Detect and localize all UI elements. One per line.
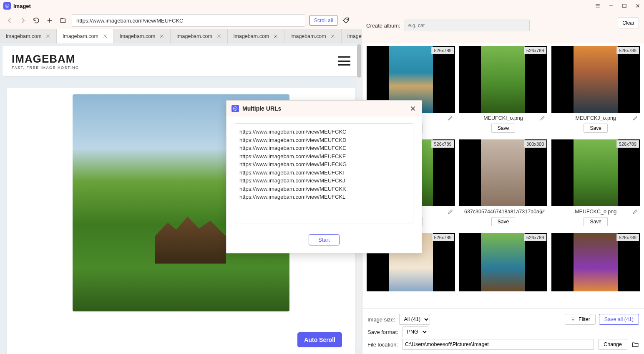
dimension-badge: 526x789 — [616, 47, 639, 54]
site-logo: IMAGEBAM FAST, FREE IMAGE HOSTING — [12, 53, 79, 70]
clear-button[interactable]: Clear — [618, 18, 639, 28]
tab[interactable]: imagebam.com — [57, 29, 113, 43]
edit-icon[interactable] — [540, 209, 546, 215]
multiple-urls-dialog: Multiple URLs Start — [226, 100, 422, 253]
tab[interactable]: imagebam.com — [0, 29, 57, 43]
tab[interactable]: imagebam.com — [114, 29, 171, 43]
tab-strip: imagebam.com imagebam.com imagebam.com i… — [0, 29, 362, 43]
dialog-close-icon[interactable] — [409, 105, 417, 112]
back-icon[interactable] — [5, 16, 14, 25]
filename: MEUFCKJ_o.png — [576, 115, 616, 121]
url-text: https://www.imagebam.com/view/MEUFCKC — [76, 18, 183, 24]
edit-icon[interactable] — [448, 209, 453, 215]
thumbnail-art — [574, 46, 618, 113]
edit-icon[interactable] — [448, 115, 453, 121]
reload-icon[interactable] — [32, 16, 41, 25]
dimension-badge: 300x300 — [524, 140, 546, 148]
gallery-card: 526x789 — [459, 233, 548, 291]
image-size-label: Image size: — [367, 316, 395, 323]
thumbnail-art — [574, 139, 618, 206]
dimension-badge: 526x789 — [431, 234, 454, 241]
save-button[interactable]: Save — [491, 217, 515, 226]
image-size-select[interactable]: All (41) — [399, 314, 430, 325]
scroll-all-button[interactable]: Scroll all — [309, 15, 337, 26]
thumbnail[interactable]: 300x300 — [459, 139, 548, 206]
change-button[interactable]: Change — [598, 339, 627, 350]
filename-row: MEUFCKC_o.png — [551, 206, 640, 217]
edit-icon[interactable] — [540, 115, 546, 121]
folder-icon[interactable] — [631, 341, 639, 348]
save-format-select[interactable]: PNG — [402, 326, 428, 337]
app-logo-icon — [3, 2, 11, 10]
thumbnail[interactable]: 526x789 — [551, 233, 640, 291]
close-icon[interactable] — [330, 34, 335, 39]
gallery-footer: Image size: All (41) Filter Save all (41… — [362, 308, 644, 354]
save-button[interactable]: Save — [584, 124, 607, 133]
tab[interactable]: imagebam.c — [342, 29, 362, 43]
save-all-button[interactable]: Save all (41) — [599, 314, 639, 325]
gallery-card: 526x789MEUFCKJ_o.pngSave — [551, 46, 640, 135]
tab[interactable]: imagebam.com — [228, 29, 284, 43]
thumbnail[interactable]: 526x789 — [459, 233, 548, 291]
page-header: IMAGEBAM FAST, FREE IMAGE HOSTING — [3, 46, 360, 76]
titlebar: Imaget — [0, 0, 644, 12]
filename-row: MEUFCKJ_o.png — [551, 113, 640, 124]
gallery-card: 526x789 — [551, 233, 640, 291]
close-icon[interactable] — [45, 34, 50, 39]
menu-icon[interactable] — [595, 3, 601, 9]
close-icon[interactable] — [273, 34, 278, 39]
close-window-icon[interactable] — [635, 3, 641, 9]
maximize-icon[interactable] — [621, 3, 627, 9]
site-menu-icon[interactable] — [338, 56, 350, 66]
close-icon[interactable] — [103, 34, 108, 39]
gallery-card: 526x789MEUFCKI_o.pngSave — [459, 46, 548, 135]
filename-row: MEUFCKI_o.png — [459, 113, 548, 124]
dimension-badge: 526x789 — [524, 47, 546, 54]
tab[interactable]: imagebam.com — [171, 29, 227, 43]
gallery-card: 526x789MEUFCKC_o.pngSave — [551, 139, 640, 229]
thumbnail-art — [481, 233, 525, 291]
filename-row: 637c30574467418a81a7317a0a6 — [459, 206, 548, 217]
dimension-badge: 526x789 — [431, 140, 454, 148]
thumbnail[interactable]: 526x789 — [551, 139, 640, 206]
dimension-badge: 526x789 — [431, 47, 454, 54]
thumbnail-art — [481, 46, 525, 113]
svg-rect-1 — [623, 4, 626, 8]
thumbnail[interactable]: 526x789 — [459, 46, 548, 113]
save-button[interactable]: Save — [584, 217, 607, 226]
album-input[interactable] — [405, 20, 530, 31]
minimize-icon[interactable] — [608, 3, 614, 9]
start-button[interactable]: Start — [309, 234, 339, 245]
edit-icon[interactable] — [632, 209, 638, 215]
dimension-badge: 526x789 — [616, 234, 639, 241]
browser-toolbar: https://www.imagebam.com/view/MEUFCKC Sc… — [0, 12, 644, 29]
close-icon[interactable] — [159, 34, 164, 39]
edit-icon[interactable] — [632, 115, 638, 121]
gallery-card: 300x300637c30574467418a81a7317a0a6Save — [459, 139, 548, 229]
tag-icon[interactable] — [342, 16, 351, 25]
forward-icon[interactable] — [18, 16, 28, 25]
dimension-badge: 526x789 — [616, 140, 639, 148]
filename: MEUFCKC_o.png — [575, 209, 616, 215]
thumbnail[interactable]: 526x789 — [551, 46, 640, 113]
svg-rect-2 — [61, 19, 65, 23]
dimension-badge: 526x789 — [524, 234, 546, 241]
tab[interactable]: imagebam.com — [284, 29, 341, 43]
dialog-logo-icon — [231, 105, 239, 112]
tabs-icon[interactable] — [58, 16, 68, 25]
svg-point-3 — [347, 19, 347, 20]
filename: MEUFCKI_o.png — [483, 115, 523, 121]
file-location-label: File location: — [367, 341, 398, 348]
filename: 637c30574467418a81a7317a0a6 — [464, 209, 542, 215]
album-label: Create album: — [366, 23, 400, 29]
file-location-input[interactable] — [402, 339, 594, 350]
urls-textarea[interactable] — [235, 123, 413, 223]
album-toolbar: Create album: — [362, 17, 534, 34]
auto-scroll-button[interactable]: Auto Scroll — [297, 332, 342, 347]
filter-button[interactable]: Filter — [565, 314, 596, 325]
close-icon[interactable] — [216, 34, 221, 39]
add-tab-icon[interactable] — [45, 16, 54, 25]
thumbnail-art — [481, 139, 525, 206]
url-bar[interactable]: https://www.imagebam.com/view/MEUFCKC — [72, 14, 305, 27]
save-button[interactable]: Save — [491, 124, 515, 133]
